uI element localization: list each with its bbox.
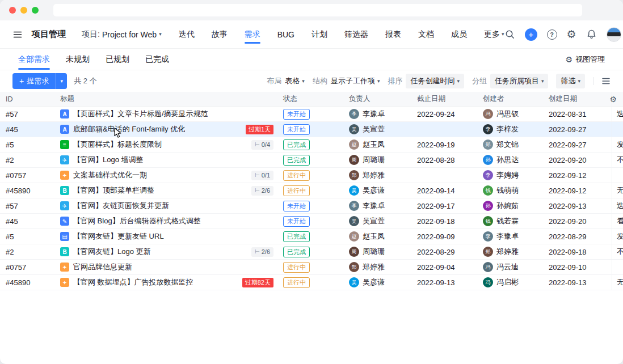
structure-select[interactable]: 显示子工作项 ▾ [331, 76, 380, 86]
status-badge[interactable]: 进行中 [283, 185, 310, 196]
creator-cell[interactable]: 李 李梓发 [479, 122, 545, 137]
assignee-cell[interactable]: 周 周璐珊 [345, 244, 413, 259]
column-header-title[interactable]: 标题 [54, 92, 279, 106]
row-title[interactable]: 【官网友链】更新友链 URL [73, 231, 164, 242]
table-row[interactable]: #45 A 底部邮箱&电话的 Font-family 优化 过期1天 未开始 吴… [0, 122, 623, 137]
assignee-cell[interactable]: 吴 吴彦谦 [345, 275, 413, 290]
table-row[interactable]: #0757 ✦ 官网品牌信息更新 进行中 郑 郑婷雅 2022-09-04 冯 … [0, 260, 623, 275]
nav-item-成员[interactable]: 成员 [451, 29, 467, 40]
row-title-cell[interactable]: B 【官网】顶部菜单栏调整 ⊢ 2/6 [54, 183, 279, 198]
column-header-creator[interactable]: 创建者 [479, 92, 545, 106]
status-badge[interactable]: 未开始 [283, 216, 310, 227]
table-row[interactable]: #57 ✈ 【官网】友链页面恢复并更新 未开始 李 李豫卓 2022-09-17… [0, 198, 623, 214]
assignee-cell[interactable]: 吴 吴宣萱 [345, 214, 413, 228]
status-badge[interactable]: 进行中 [283, 262, 310, 273]
status-badge[interactable]: 进行中 [283, 277, 310, 288]
assignee-cell[interactable]: 吴 吴宣萱 [345, 122, 413, 137]
create-requirement-button[interactable]: + 提需求 ▾ [12, 73, 67, 89]
nav-item-故事[interactable]: 故事 [212, 29, 228, 40]
row-title[interactable]: 【官网 Blog】后台编辑器样式格式调整 [73, 216, 201, 226]
row-title-cell[interactable]: ✦ 官网品牌信息更新 [54, 260, 279, 274]
table-row[interactable]: #5 ▤ 【官网友链】更新友链 URL 已完成 赵 赵玉凤 2022-09-09… [0, 229, 623, 244]
row-title-cell[interactable]: ✈ 【官网】Logo 墙调整 [54, 153, 279, 167]
row-title-cell[interactable]: A 【页面样式】文章卡片标题/摘要显示规范 [54, 107, 279, 121]
subtask-count-chip[interactable]: ⊢ 0/4 [251, 140, 273, 150]
row-title-cell[interactable]: ▤ 【官网友链】更新友链 URL [54, 229, 279, 244]
row-title-cell[interactable]: ≡ 【页面样式】标题长度限制 ⊢ 0/4 [54, 137, 279, 152]
table-row[interactable]: #45890 B 【官网】顶部菜单栏调整 ⊢ 2/6 进行中 吴 吴彦谦 202… [0, 183, 623, 198]
maximize-button[interactable] [32, 7, 39, 14]
project-selector[interactable]: 项目: Project for Web ▾ [82, 29, 162, 40]
creator-cell[interactable]: 孙 孙思达 [479, 153, 545, 167]
row-title-cell[interactable]: B 【官网友链】Logo 更新 ⊢ 2/6 [54, 244, 279, 259]
close-button[interactable] [9, 7, 16, 14]
filter-button[interactable]: 筛选 ▾ [556, 74, 585, 88]
row-title[interactable]: 底部邮箱&电话的 Font-family 优化 [73, 124, 185, 134]
search-icon[interactable] [504, 29, 515, 40]
nav-item-更多[interactable]: 更多▾ [484, 29, 504, 40]
table-row[interactable]: #57 A 【页面样式】文章卡片标题/摘要显示规范 未开始 李 李豫卓 2022… [0, 107, 623, 122]
layout-select[interactable]: 表格 ▾ [285, 76, 305, 86]
view-manage-button[interactable]: ⚙ 视图管理 [565, 54, 605, 65]
row-title[interactable]: 【官网 数据埋点】广告投放数据监控 [73, 277, 193, 287]
sort-select[interactable]: 任务创建时间 ▾ [406, 74, 464, 88]
creator-cell[interactable]: 冯 冯启彬 [479, 275, 545, 290]
row-title[interactable]: 【页面样式】标题长度限制 [73, 139, 162, 150]
list-view-icon[interactable] [601, 77, 611, 86]
assignee-cell[interactable]: 李 李豫卓 [345, 107, 413, 121]
row-title[interactable]: 【官网】顶部菜单栏调整 [73, 185, 154, 196]
assignee-cell[interactable]: 吴 吴彦谦 [345, 183, 413, 198]
nav-item-文档[interactable]: 文档 [418, 29, 434, 40]
creator-cell[interactable]: 郑 郑文锦 [479, 137, 545, 152]
address-bar[interactable] [53, 4, 582, 16]
group-select[interactable]: 任务所属项目 ▾ [490, 74, 549, 88]
status-badge[interactable]: 已完成 [283, 247, 310, 257]
subtask-count-chip[interactable]: ⊢ 2/6 [251, 247, 273, 257]
subtask-count-chip[interactable]: ⊢ 2/6 [251, 186, 273, 196]
user-avatar[interactable] [607, 27, 621, 42]
column-header-status[interactable]: 状态 [279, 92, 345, 106]
row-title[interactable]: 官网品牌信息更新 [73, 262, 132, 272]
row-title-cell[interactable]: A 底部邮箱&电话的 Font-family 优化 过期1天 [54, 122, 279, 137]
row-title-cell[interactable]: ✎ 【官网 Blog】后台编辑器样式格式调整 [54, 214, 279, 228]
tab-未规划[interactable]: 未规划 [66, 49, 90, 70]
column-header-assignee[interactable]: 负责人 [345, 92, 413, 106]
chevron-down-icon[interactable]: ▾ [56, 73, 67, 89]
creator-cell[interactable]: 孙 孙婉茹 [479, 198, 545, 213]
hamburger-menu-icon[interactable] [12, 29, 23, 40]
nav-item-报表[interactable]: 报表 [385, 29, 401, 40]
status-badge[interactable]: 已完成 [283, 231, 310, 242]
table-row[interactable]: #2 ✈ 【官网】Logo 墙调整 已完成 周 周璐珊 2022-08-28 孙… [0, 153, 623, 168]
row-title[interactable]: 【官网】Logo 墙调整 [73, 155, 144, 165]
creator-cell[interactable]: 郑 郑婷雅 [479, 244, 545, 259]
table-row[interactable]: #45 ✎ 【官网 Blog】后台编辑器样式格式调整 未开始 吴 吴宣萱 202… [0, 214, 623, 229]
creator-cell[interactable]: 钱 钱萌萌 [479, 183, 545, 198]
nav-item-需求[interactable]: 需求 [245, 29, 260, 40]
row-title[interactable]: 【官网】友链页面恢复并更新 [73, 201, 169, 211]
creator-cell[interactable]: 李 李娉娉 [479, 168, 545, 183]
settings-gear-icon[interactable]: ⚙ [567, 29, 576, 40]
column-header-id[interactable]: ID [0, 92, 54, 106]
row-title[interactable]: 文案基础样式优化一期 [73, 170, 147, 180]
nav-item-筛选器[interactable]: 筛选器 [344, 29, 368, 40]
assignee-cell[interactable]: 郑 郑婷雅 [345, 260, 413, 274]
row-title-cell[interactable]: ✦ 文案基础样式优化一期 ⊢ 0/1 [54, 168, 279, 183]
assignee-cell[interactable]: 赵 赵玉凤 [345, 229, 413, 244]
assignee-cell[interactable]: 李 李豫卓 [345, 198, 413, 213]
row-title[interactable]: 【官网友链】Logo 更新 [73, 247, 151, 257]
notifications-bell-icon[interactable] [586, 29, 597, 40]
status-badge[interactable]: 已完成 [283, 139, 310, 150]
tab-已规划[interactable]: 已规划 [106, 49, 129, 70]
table-row[interactable]: #2 B 【官网友链】Logo 更新 ⊢ 2/6 已完成 周 周璐珊 2022-… [0, 244, 623, 260]
table-row[interactable]: #45890 ✦ 【官网 数据埋点】广告投放数据监控 过期82天 进行中 吴 吴… [0, 275, 623, 290]
nav-item-计划[interactable]: 计划 [312, 29, 327, 40]
subtask-count-chip[interactable]: ⊢ 0/1 [251, 171, 273, 180]
help-icon[interactable]: ? [547, 29, 557, 40]
status-badge[interactable]: 已完成 [283, 155, 310, 166]
status-badge[interactable]: 未开始 [283, 109, 310, 120]
row-title-cell[interactable]: ✈ 【官网】友链页面恢复并更新 [54, 198, 279, 213]
column-header-created-date[interactable]: 创建日期 [545, 92, 612, 106]
creator-cell[interactable]: 冯 冯思钗 [479, 107, 545, 121]
nav-item-迭代[interactable]: 迭代 [179, 29, 195, 40]
row-title-cell[interactable]: ✦ 【官网 数据埋点】广告投放数据监控 过期82天 [54, 275, 279, 290]
